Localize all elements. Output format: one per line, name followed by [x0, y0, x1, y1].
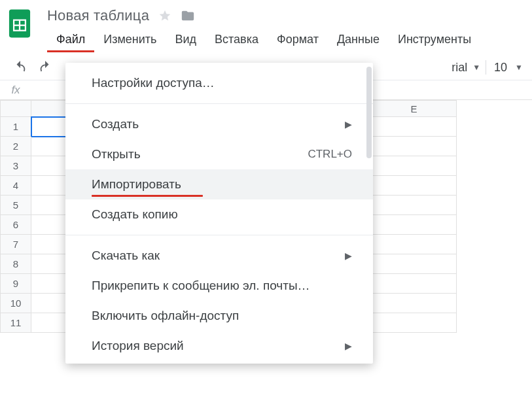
row-header[interactable]: 2 — [0, 137, 31, 156]
menu-вид[interactable]: Вид — [166, 29, 205, 52]
row-header[interactable]: 1 — [0, 117, 31, 137]
menu-изменить[interactable]: Изменить — [94, 29, 166, 52]
menu-separator — [65, 235, 373, 235]
cell[interactable] — [372, 294, 457, 313]
file-menu-item[interactable]: ОткрытьCTRL+O — [65, 139, 373, 169]
menu-item-label: Настройки доступа… — [92, 76, 215, 90]
chevron-down-icon[interactable]: ▼ — [515, 63, 523, 72]
menu-item-label: Скачать как — [92, 248, 160, 263]
cell[interactable] — [372, 156, 457, 176]
sheets-logo-icon[interactable] — [5, 5, 34, 42]
file-menu-item[interactable]: Создать копию — [65, 199, 373, 230]
cell[interactable] — [372, 117, 457, 137]
undo-button[interactable] — [12, 59, 29, 76]
column-header[interactable]: E — [372, 100, 457, 117]
row-header[interactable]: 10 — [0, 294, 31, 313]
row-header[interactable]: 8 — [0, 254, 31, 274]
document-title[interactable]: Новая таблица — [47, 7, 149, 24]
font-size-select[interactable]: 10 — [491, 61, 510, 75]
menu-item-label: Открыть — [92, 147, 141, 162]
file-menu-item[interactable]: Скачать как▶ — [65, 241, 373, 271]
file-menu-item[interactable]: Включить офлайн-доступ — [65, 301, 373, 331]
cell[interactable] — [372, 215, 457, 235]
file-menu-item[interactable]: История версий▶ — [65, 331, 373, 361]
menu-item-label: Включить офлайн-доступ — [92, 309, 239, 323]
chevron-right-icon: ▶ — [345, 341, 352, 351]
toolbar-divider — [486, 60, 486, 75]
row-header[interactable]: 4 — [0, 176, 31, 196]
cell[interactable] — [372, 274, 457, 294]
chevron-right-icon: ▶ — [345, 250, 352, 261]
row-header[interactable]: 9 — [0, 274, 31, 294]
menu-item-label: Прикрепить к сообщению эл. почты… — [92, 279, 310, 293]
redo-button[interactable] — [37, 59, 54, 76]
cell[interactable] — [372, 196, 457, 215]
menu-формат[interactable]: Формат — [268, 29, 328, 52]
formula-bar-label: fx — [0, 84, 31, 97]
row-header[interactable]: 5 — [0, 196, 31, 215]
menu-shortcut: CTRL+O — [308, 148, 352, 161]
cell[interactable] — [372, 137, 457, 156]
menu-separator — [65, 103, 373, 104]
menu-item-label: История версий — [92, 339, 184, 353]
star-icon[interactable] — [158, 9, 171, 22]
cell[interactable] — [372, 235, 457, 254]
highlight-underline — [92, 195, 203, 197]
row-header[interactable]: 6 — [0, 215, 31, 235]
menu-item-label: Импортировать — [92, 177, 181, 192]
row-header[interactable]: 11 — [0, 313, 31, 333]
file-menu-dropdown: Настройки доступа…Создать▶ОткрытьCTRL+OИ… — [65, 63, 373, 364]
file-menu-item[interactable]: Создать▶ — [65, 109, 373, 139]
menu-инструменты[interactable]: Инструменты — [389, 29, 480, 52]
cell[interactable] — [372, 176, 457, 196]
menu-файл[interactable]: Файл — [47, 29, 94, 52]
row-header[interactable]: 7 — [0, 235, 31, 254]
folder-icon[interactable] — [181, 9, 195, 23]
file-menu-item[interactable]: Импортировать — [65, 169, 373, 199]
menu-данные[interactable]: Данные — [328, 29, 389, 52]
file-menu-item[interactable]: Настройки доступа… — [65, 68, 373, 98]
menu-item-label: Создать копию — [92, 207, 178, 222]
chevron-right-icon: ▶ — [345, 119, 352, 129]
menu-вставка[interactable]: Вставка — [205, 29, 268, 52]
file-menu-item[interactable]: Прикрепить к сообщению эл. почты… — [65, 271, 373, 301]
chevron-down-icon[interactable]: ▼ — [472, 63, 480, 72]
select-all-corner[interactable] — [0, 100, 31, 117]
font-name-select[interactable]: rial — [452, 61, 467, 75]
cell[interactable] — [372, 254, 457, 274]
menu-item-label: Создать — [92, 117, 139, 131]
cell[interactable] — [372, 313, 457, 333]
row-header[interactable]: 3 — [0, 156, 31, 176]
